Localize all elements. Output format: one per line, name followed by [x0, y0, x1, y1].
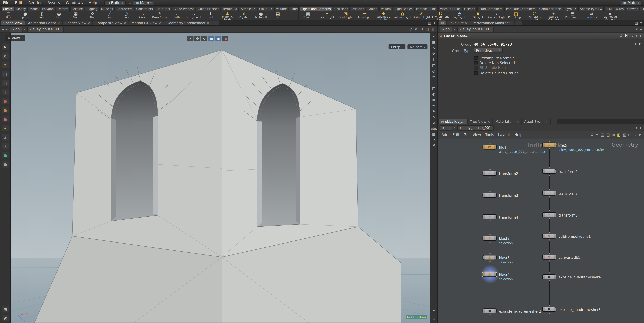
- checkbox-delete-unused-groups[interactable]: Delete Unused Groups: [474, 71, 518, 75]
- close-tab-icon[interactable]: ×: [509, 21, 512, 25]
- character-pick-icon[interactable]: ♟: [2, 134, 8, 140]
- node-transform7[interactable]: ✛transform7: [542, 190, 556, 196]
- shelf-tab-create[interactable]: Create: [1, 6, 14, 11]
- path-back-icon[interactable]: ◂: [2, 27, 4, 31]
- right-layout-selector[interactable]: ▣ Main ▾: [621, 0, 642, 5]
- pin-icon[interactable]: ▾: [636, 27, 638, 31]
- shelf-tab-pyro-fx[interactable]: Pyro FX: [564, 6, 578, 11]
- shelf-tool-point-light[interactable]: ✶Point Light: [318, 11, 336, 20]
- right-pane-tab-pane[interactable]: ▦: [439, 20, 446, 25]
- node-tile[interactable]: ✛: [542, 212, 556, 217]
- left-pane-tab-motion-fx-view[interactable]: Motion FX View×: [129, 20, 164, 25]
- shelf-tab-model[interactable]: Model: [28, 6, 40, 11]
- shelf-tool-gamepad-camera[interactable]: ▣Gamepad Camera: [601, 11, 620, 20]
- params-expand-icon[interactable]: ▸: [640, 34, 642, 38]
- net-color-icon[interactable]: ◧: [617, 133, 620, 136]
- network-menu-view[interactable]: View: [470, 133, 483, 137]
- shelf-tab-simple-fx[interactable]: Simple FX: [239, 6, 257, 11]
- record-icon[interactable]: ◉: [2, 314, 8, 321]
- params-pin-icon[interactable]: ▾: [636, 34, 638, 38]
- pane-layout-icon[interactable]: ▤: [634, 21, 638, 25]
- viewport-rotate-icon[interactable]: ↻: [201, 36, 208, 41]
- network-menu-tools[interactable]: Tools: [483, 133, 496, 137]
- shelf-tool-stereo-camera[interactable]: ◈Stereo Camera: [544, 11, 563, 20]
- state-obj-icon[interactable]: ●: [2, 107, 8, 113]
- shelf-tab-crowds[interactable]: Crowds: [626, 6, 640, 11]
- shelf-tool-ambient-light[interactable]: ○Ambient Light: [525, 11, 544, 20]
- node-exoside-quadremesher4[interactable]: ●exoside_quadremesher4: [542, 274, 556, 280]
- select-tool-icon[interactable]: ➤: [2, 44, 8, 50]
- net-find-icon[interactable]: ⊙: [633, 133, 636, 136]
- group-reselect-icon[interactable]: ➤: [638, 42, 642, 46]
- world-space-icon[interactable]: ●: [2, 152, 8, 158]
- paint-select-icon[interactable]: ✛: [2, 89, 8, 95]
- shelf-tool-sky-light[interactable]: ◓Sky Light: [450, 11, 469, 20]
- close-tab-icon[interactable]: ×: [465, 21, 467, 25]
- shelf-tab-texture[interactable]: Texture: [70, 6, 84, 11]
- notice-icon[interactable]: △: [432, 316, 435, 320]
- menu-render[interactable]: Render: [25, 0, 44, 5]
- shelf-tab-fluid-containers[interactable]: Fluid Containers: [477, 6, 504, 11]
- desktop-selector[interactable]: ▢ Build ▾: [104, 0, 126, 5]
- freeze-icon[interactable]: ❄: [420, 27, 423, 31]
- path-node-chip[interactable]: ▪ alley_house_001: [27, 26, 64, 32]
- shelf-tab-sidefx-labs[interactable]: SideFX Labs: [289, 6, 298, 11]
- view-pin-icon[interactable]: ▾: [433, 35, 434, 38]
- shelf-tab-populate-containers[interactable]: Populate Containers: [504, 6, 537, 11]
- net-layout-h-icon[interactable]: ▤: [601, 133, 604, 136]
- shelf-tab-polygon[interactable]: Polygon: [40, 6, 55, 11]
- network-tab-material-palette[interactable]: Material Palette×: [493, 119, 522, 124]
- path-root-chip[interactable]: ▪ obj: [440, 26, 453, 32]
- node-tile[interactable]: ▲: [483, 255, 496, 260]
- path-node-chip[interactable]: ▪ alley_house_001: [457, 125, 494, 130]
- shelf-tab-drive-simulation[interactable]: Drive Simulation: [640, 6, 644, 11]
- left-pane-tab-scene-view[interactable]: Scene View: [1, 20, 25, 25]
- checkbox-box[interactable]: [474, 56, 478, 60]
- measure-icon[interactable]: #: [432, 144, 435, 148]
- node-tile[interactable]: ▤: [542, 142, 556, 148]
- net-collapse-icon[interactable]: ⊟: [628, 133, 631, 136]
- points-display-icon[interactable]: ⊙: [432, 138, 435, 142]
- menu-help[interactable]: Help: [86, 0, 100, 5]
- shelf-tab-wires[interactable]: Wires: [614, 6, 625, 11]
- group-dropdown-icon[interactable]: ▾: [634, 42, 636, 46]
- shelf-tab-terrain-fx[interactable]: Terrain FX: [221, 6, 239, 11]
- net-layout-v-icon[interactable]: ▥: [606, 133, 610, 136]
- shelf-tab-fem[interactable]: FEM: [604, 6, 613, 11]
- node-tile[interactable]: ●: [483, 308, 496, 313]
- close-tab-icon[interactable]: ×: [487, 120, 490, 124]
- shelf-tool-caustic-light[interactable]: ≋Caustic Light: [488, 11, 506, 20]
- checkbox-box[interactable]: [474, 66, 478, 70]
- left-pane-tab-animation-editor[interactable]: Animation Editor×: [26, 20, 62, 25]
- shelf-tab-guide-brushes[interactable]: Guide Brushes: [196, 6, 221, 11]
- close-tab-icon[interactable]: ×: [545, 120, 548, 124]
- home-view-icon[interactable]: ⌂: [433, 46, 435, 50]
- checkbox-fill-simple-holes[interactable]: Fill Simple Holes: [474, 66, 518, 70]
- left-pane-tab-geometry-spreadsheet[interactable]: Geometry Spreadsheet×: [164, 20, 212, 25]
- shelf-tab-modify[interactable]: Modify: [14, 6, 28, 11]
- close-tab-icon[interactable]: ×: [207, 21, 209, 25]
- node-tile[interactable]: ✛: [483, 171, 496, 176]
- close-tab-icon[interactable]: ×: [88, 21, 90, 25]
- viewport[interactable]: [11, 33, 430, 323]
- shelf-tab-rigid-bodies[interactable]: Rigid Bodies: [393, 6, 414, 11]
- network-menu-edit[interactable]: Edit: [450, 133, 462, 137]
- node-transform6[interactable]: ✛transform6: [542, 212, 556, 218]
- box-select-icon[interactable]: □: [2, 70, 8, 77]
- grid-display-icon[interactable]: ▦: [432, 133, 435, 136]
- gimbal-icon[interactable]: ✥: [415, 27, 418, 31]
- axis-icon[interactable]: ✛: [432, 75, 435, 79]
- network-tab-tree-view[interactable]: Tree View×: [468, 119, 492, 124]
- checkbox-box[interactable]: [474, 71, 478, 75]
- menu-assets[interactable]: Assets: [44, 0, 63, 5]
- network-menu-help[interactable]: Help: [512, 133, 524, 137]
- node-tile[interactable]: ▲: [483, 272, 496, 277]
- node-tile[interactable]: ❖: [542, 254, 556, 260]
- shelf-tool-spray-paint[interactable]: ∴Spray Paint: [185, 11, 202, 20]
- pane-menu-icon[interactable]: ▾: [434, 21, 435, 25]
- shelf-tool-null[interactable]: ✛Null: [84, 11, 101, 20]
- shelf-tool-l-system[interactable]: ⋔L-System: [236, 11, 252, 20]
- frame-view-icon[interactable]: □: [432, 64, 435, 67]
- params-search-icon[interactable]: ⊙: [630, 34, 633, 38]
- shelf-tool-switcher[interactable]: ⇄Switcher: [582, 11, 601, 20]
